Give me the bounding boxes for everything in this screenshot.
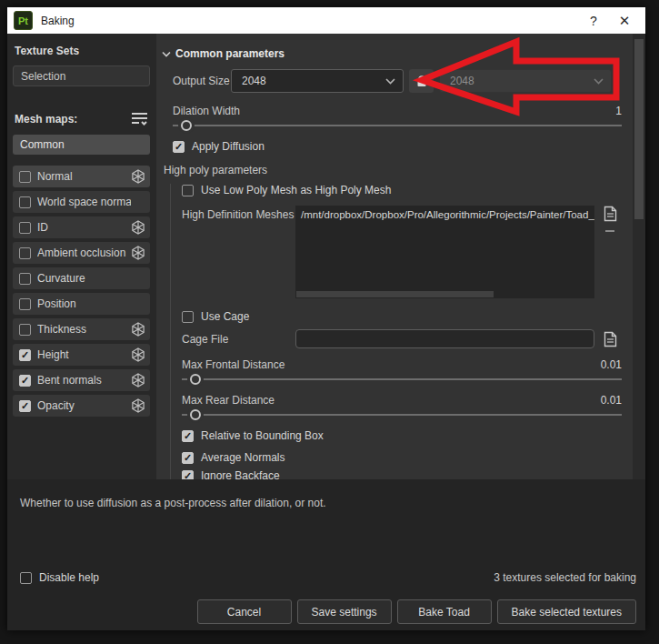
mesh-map-checkbox[interactable]: ✓ [19,273,31,285]
apply-diffusion-checkbox[interactable]: ✓ [173,141,185,153]
average-normals-label: Average Normals [201,451,285,464]
slider-track[interactable] [182,378,622,380]
high-poly-group: ✓ Use Low Poly Mesh as High Poly Mesh Hi… [170,184,622,479]
max-frontal-distance-value: 0.01 [601,358,622,371]
relative-bounding-box-checkbox[interactable]: ✓ [182,430,194,442]
mesh-map-label: Bent normals [37,374,131,387]
horizontal-scrollbar[interactable] [295,290,594,298]
high-definition-meshes-list[interactable]: /mnt/dropbox/Dropbox/Pro/Allegorithmic/P… [295,206,594,298]
dilation-width-slider[interactable] [173,119,622,132]
mesh-map-checkbox[interactable]: ✓ [19,400,31,412]
footer: Whether to use diffusion as a post-proce… [7,479,645,630]
mesh-cube-icon [131,220,145,235]
max-rear-distance-label: Max Rear Distance [182,394,275,407]
textures-selected-status: 3 textures selected for baking [494,571,636,584]
mesh-map-checkbox[interactable]: ✓ [19,171,31,183]
mesh-map-label: Position [37,297,131,310]
max-rear-distance-value: 0.01 [601,394,622,407]
output-size-value: 2048 [242,75,385,87]
parameters-content: Common parameters Output Size 2048 [156,34,633,479]
output-size-select[interactable]: 2048 [231,69,404,93]
mesh-map-item[interactable]: ✓ Height [13,344,150,366]
selection-button[interactable]: Selection [13,65,150,86]
mesh-map-item[interactable]: ✓ Position [13,293,150,315]
mesh-cube-icon [131,398,145,413]
slider-track[interactable] [173,125,622,126]
dialog-button[interactable]: Bake selected textures [497,599,636,624]
help-button[interactable]: ? [578,7,609,34]
mesh-map-label: Thickness [37,323,131,336]
close-button[interactable]: ✕ [609,7,640,34]
mesh-map-label: Ambient occlusion [37,247,131,259]
mesh-map-checkbox[interactable]: ✓ [19,196,31,208]
vertical-scrollbar[interactable] [633,34,645,479]
sidebar: Texture Sets Selection Mesh maps: [7,34,156,479]
slider-track[interactable] [182,414,622,416]
mesh-map-label: Curvature [37,272,131,285]
texture-sets-heading: Texture Sets [15,45,150,57]
use-low-poly-label: Use Low Poly Mesh as High Poly Mesh [201,184,391,196]
disable-help-checkbox[interactable]: ✓ [20,572,32,584]
relative-bounding-box-label: Relative to Bounding Box [201,429,324,442]
linked-output-size-select[interactable]: 2048 [439,69,612,93]
file-browse-icon[interactable] [604,331,617,347]
dialog-buttons: Cancel Save settings Bake Toad Bake sele… [197,599,636,624]
title-bar[interactable]: Pt Baking ? ✕ [7,7,645,34]
section-title: Common parameters [175,47,285,60]
dilation-width-label: Dilation Width [173,105,240,117]
dialog-button[interactable]: Bake Toad [397,599,492,624]
mesh-cube-icon [131,169,145,184]
mesh-maps-list: ✓ Normal [13,166,150,417]
slider-handle[interactable] [190,409,201,420]
mesh-map-label: Height [37,348,131,361]
cage-file-input[interactable] [295,329,594,348]
ignore-backface-checkbox[interactable]: ✓ [182,470,194,480]
mesh-map-label: World space normal [37,196,131,208]
filter-icon[interactable] [131,112,148,126]
max-rear-distance-slider[interactable] [182,408,622,421]
mesh-map-checkbox[interactable]: ✓ [19,222,31,234]
horizontal-scrollbar-thumb[interactable] [296,291,494,297]
contextual-help-text: Whether to use diffusion as a post-proce… [20,497,326,509]
mesh-map-item[interactable]: ✓ ID [13,216,150,238]
common-button[interactable]: Common [13,135,150,155]
mesh-map-item[interactable]: ✓ Thickness [13,318,150,340]
mesh-map-label: Normal [37,170,131,183]
output-size-label: Output Size [173,75,231,87]
baking-dialog: Pt Baking ? ✕ Texture Sets Selection Mes… [7,7,645,630]
mesh-map-item[interactable]: ✓ Curvature [13,267,150,289]
slider-handle[interactable] [181,120,192,131]
collapse-chevron-icon[interactable] [162,51,171,57]
chevron-down-icon [385,78,395,85]
mesh-map-item[interactable]: ✓ Ambient occlusion [13,242,150,264]
mesh-map-checkbox[interactable]: ✓ [19,375,31,387]
use-cage-checkbox[interactable]: ✓ [182,311,194,323]
mesh-map-item[interactable]: ✓ Opacity [13,395,150,417]
mesh-maps-heading: Mesh maps: [15,113,77,126]
average-normals-checkbox[interactable]: ✓ [182,452,194,464]
mesh-map-checkbox[interactable]: ✓ [19,324,31,336]
max-frontal-distance-slider[interactable] [182,373,622,386]
file-browse-icon[interactable] [604,206,617,222]
dialog-button[interactable]: Cancel [197,599,292,624]
use-low-poly-checkbox[interactable]: ✓ [182,185,194,196]
apply-diffusion-label: Apply Diffusion [192,140,265,153]
mesh-map-item[interactable]: ✓ Bent normals [13,369,150,391]
mesh-map-checkbox[interactable]: ✓ [19,349,31,361]
dilation-width-value: 1 [615,105,622,117]
ignore-backface-label: Ignore Backface [201,469,280,479]
mesh-map-item[interactable]: ✓ World space normal [13,191,150,213]
high-definition-meshes-label: High Definition Meshes [182,206,295,221]
slider-handle[interactable] [190,374,201,385]
mesh-map-item[interactable]: ✓ Normal [13,166,150,187]
mesh-path-entry: /mnt/dropbox/Dropbox/Pro/Allegorithmic/P… [295,206,594,220]
dialog-button[interactable]: Save settings [297,599,392,624]
link-output-sizes-button[interactable] [409,69,434,93]
mesh-map-checkbox[interactable]: ✓ [19,298,31,310]
mesh-map-checkbox[interactable]: ✓ [19,247,31,259]
remove-mesh-button[interactable] [605,230,614,232]
parameters-pane: Common parameters Output Size 2048 [156,34,645,479]
substance-painter-logo: Pt [14,11,33,30]
high-poly-parameters-label: High poly parameters [164,164,622,176]
vertical-scrollbar-thumb[interactable] [634,39,644,219]
